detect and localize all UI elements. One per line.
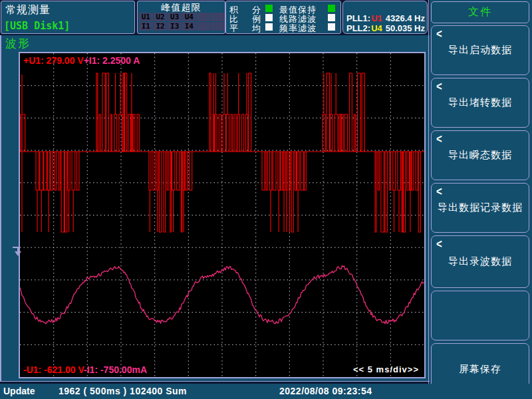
current-peak-plus-readout: +I1: 2.2500 A	[84, 55, 140, 66]
sidebar-button-label: 导出瞬态数据	[448, 149, 512, 162]
freq-filter-indicator	[328, 23, 335, 31]
pll2-row: PLL2:U4 50.035 Hz	[346, 23, 425, 33]
peak-cell-empty	[197, 13, 211, 21]
scaling-indicator	[265, 14, 273, 21]
sidebar-divider	[428, 0, 429, 399]
line-filter-indicator	[328, 14, 335, 21]
waveform-canvas	[20, 53, 424, 377]
menu-title: 文件	[431, 1, 529, 23]
waveform-plot: +U1: 279.00 V+I1: 2.2500 A -U1: -621.00 …	[19, 52, 426, 378]
flag-row-integration: 积 分 最值保持	[226, 4, 340, 13]
pll1-source: U1	[371, 13, 382, 23]
peak-cell-i4: I4	[182, 22, 196, 31]
peak-cell-empty	[197, 22, 211, 31]
measure-mode-panel: 常规测量 [USB Disk1]	[1, 1, 135, 34]
readout-top: +U1: 279.00 V+I1: 2.2500 A	[23, 55, 140, 66]
flag-char: 平	[229, 23, 238, 35]
peak-cell-empty	[211, 13, 225, 21]
sidebar-button-export-startup-data[interactable]: < 导出启动数据	[431, 25, 529, 75]
update-label: Update	[3, 386, 35, 396]
sidebar-button-export-waverecord-data[interactable]: < 导出录波数据	[431, 235, 529, 288]
sidebar-button-export-transient-data[interactable]: < 导出瞬态数据	[431, 130, 529, 180]
timebase-label: << 5 ms/div>>	[353, 364, 419, 374]
peak-current-row: I1 I2 I3 I4	[139, 22, 225, 31]
chevron-left-icon: <	[436, 132, 442, 145]
pll1-value: 4326.4 Hz	[386, 13, 425, 23]
voltage-peak-plus-readout: +U1: 279.00 V	[23, 55, 84, 66]
power-analyzer-screen: { "header": { "mode_title": "常规测量", "usb…	[0, 0, 532, 399]
update-counter: 1962 ( 500ms ) 102400 Sum	[59, 386, 187, 396]
voltage-peak-minus-readout: -U1: -621.00 V	[23, 364, 84, 375]
chevron-left-icon: <	[436, 184, 442, 198]
sidebar-button-export-stall-data[interactable]: < 导出堵转数据	[431, 78, 529, 128]
peak-cell-u3: U3	[168, 13, 182, 21]
chevron-left-icon: <	[436, 79, 442, 92]
menu-title-label: 文件	[468, 5, 492, 19]
pll1-label: PLL1:	[346, 13, 370, 23]
current-peak-minus-readout: -I1: -750.00mA	[84, 364, 147, 375]
averaging-indicator	[265, 23, 273, 31]
peak-cell-i2: I2	[154, 22, 168, 31]
max-hold-indicator	[328, 5, 335, 12]
pll2-source: U4	[371, 23, 382, 33]
integration-indicator	[265, 5, 273, 12]
peak-cell-i3: I3	[168, 22, 182, 31]
usb-disk-status: [USB Disk1]	[4, 20, 70, 32]
sidebar-button-label: 导出数据记录数据	[438, 201, 523, 214]
trigger-position-marker-icon	[12, 245, 23, 257]
sidebar-button-label: 导出启动数据	[448, 44, 512, 57]
peak-over-limit-panel: 峰值超限 U1 U2 U3 U4 I1 I2 I3 I4	[137, 1, 225, 34]
flag-char: 均	[252, 23, 261, 35]
flag-row-scaling: 比 例 线路滤波	[226, 13, 340, 23]
datetime: 2022/08/08 09:23:54	[279, 386, 372, 396]
readout-bottom: -U1: -621.00 V-I1: -750.00mA	[23, 364, 147, 375]
peak-voltage-row: U1 U2 U3 U4	[139, 13, 225, 21]
sidebar-button-label: 导出堵转数据	[448, 96, 512, 109]
status-bar: Update 1962 ( 500ms ) 102400 Sum 2022/08…	[0, 384, 532, 399]
grid-dotted-lines	[20, 53, 424, 377]
file-menu-sidebar: 文件 < 导出启动数据 < 导出堵转数据 < 导出瞬态数据 < 导出数据记录数据…	[430, 0, 532, 399]
chevron-left-icon: <	[436, 27, 442, 40]
waveform-tab-label: 波形	[5, 36, 31, 51]
pll2-value: 50.035 Hz	[386, 23, 425, 33]
mode-title: 常规测量	[5, 3, 51, 17]
freq-filter-label: 频率滤波	[279, 23, 317, 35]
flag-row-averaging: 平 均 频率滤波	[226, 23, 340, 32]
flags-panel: 积 分 最值保持 比 例 线路滤波 平 均 频率滤波	[225, 1, 341, 34]
pll2-label: PLL2:	[346, 23, 370, 33]
pll1-row: PLL1:U1 4326.4 Hz	[346, 13, 425, 23]
peak-cell-i1: I1	[139, 22, 153, 31]
chevron-left-icon: <	[436, 237, 442, 250]
sidebar-button-export-datalog-data[interactable]: < 导出数据记录数据	[431, 183, 529, 233]
pll-panel: PLL1:U1 4326.4 Hz PLL2:U4 50.035 Hz	[342, 1, 428, 34]
peak-cell-u4: U4	[182, 13, 196, 21]
sidebar-button-label: 屏幕保存	[459, 363, 501, 376]
sidebar-button-label: 导出录波数据	[448, 255, 512, 268]
peak-cell-empty	[211, 22, 225, 31]
peak-cell-u2: U2	[154, 13, 168, 21]
sidebar-button-blank[interactable]	[431, 291, 529, 340]
waveform-area: 波形 +U1: 279.00 V+I1: 2.2500 A -U1: -621.…	[0, 35, 430, 382]
peak-cell-u1: U1	[139, 13, 153, 21]
